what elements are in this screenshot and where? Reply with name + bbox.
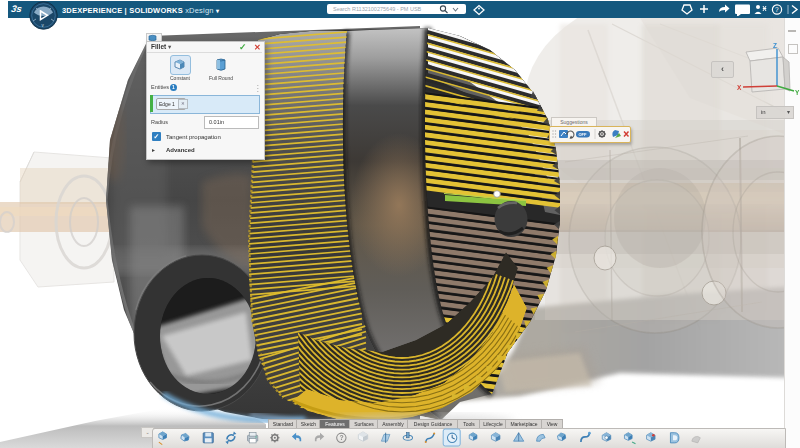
svg-text:?: ? xyxy=(775,6,779,13)
svg-text:X: X xyxy=(737,84,742,91)
svg-text:Z: Z xyxy=(773,42,777,49)
svg-text:OFF: OFF xyxy=(579,132,588,137)
svg-text:Y: Y xyxy=(795,89,800,96)
svg-text:?: ? xyxy=(339,434,343,441)
